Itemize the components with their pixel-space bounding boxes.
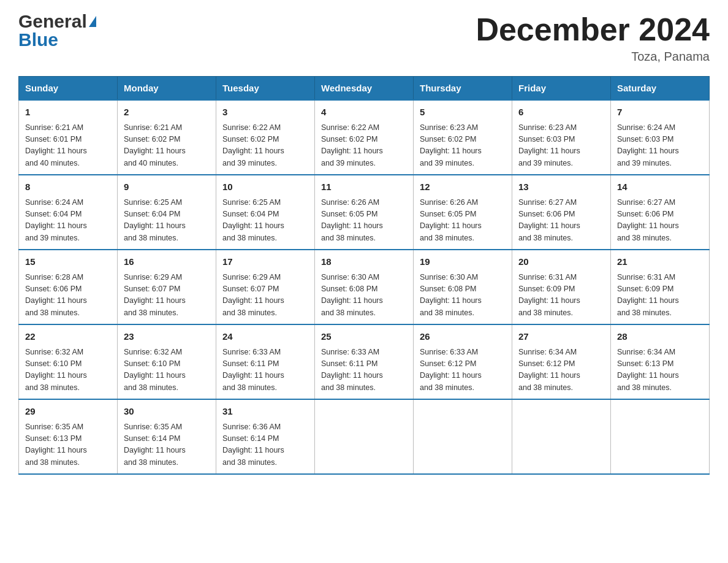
day-info: Sunrise: 6:32 AM Sunset: 6:10 PM Dayligh… [25,347,111,394]
calendar-cell: 8 Sunrise: 6:24 AM Sunset: 6:04 PM Dayli… [19,175,118,250]
day-number: 24 [222,330,308,344]
calendar-cell [512,399,611,474]
calendar-cell: 26 Sunrise: 6:33 AM Sunset: 6:12 PM Dayl… [414,324,512,399]
calendar-cell: 28 Sunrise: 6:34 AM Sunset: 6:13 PM Dayl… [611,324,710,399]
day-info: Sunrise: 6:28 AM Sunset: 6:06 PM Dayligh… [25,272,111,320]
calendar-cell: 21 Sunrise: 6:31 AM Sunset: 6:09 PM Dayl… [611,250,710,324]
calendar-cell: 22 Sunrise: 6:32 AM Sunset: 6:10 PM Dayl… [19,324,118,399]
day-number: 29 [25,405,111,419]
calendar-cell: 20 Sunrise: 6:31 AM Sunset: 6:09 PM Dayl… [512,250,611,324]
day-number: 14 [617,180,703,194]
calendar-cell: 15 Sunrise: 6:28 AM Sunset: 6:06 PM Dayl… [19,250,118,324]
day-info: Sunrise: 6:30 AM Sunset: 6:08 PM Dayligh… [420,272,506,320]
day-number: 1 [25,105,111,120]
day-info: Sunrise: 6:26 AM Sunset: 6:05 PM Dayligh… [420,197,506,245]
calendar-cell: 3 Sunrise: 6:22 AM Sunset: 6:02 PM Dayli… [216,100,315,175]
day-number: 16 [124,255,210,269]
calendar-cell: 2 Sunrise: 6:21 AM Sunset: 6:02 PM Dayli… [118,100,216,175]
day-number: 19 [420,255,506,269]
logo: General Blue [18,12,96,49]
calendar-cell [414,399,512,474]
week-row-3: 15 Sunrise: 6:28 AM Sunset: 6:06 PM Dayl… [19,250,710,324]
day-number: 13 [518,180,604,194]
calendar-cell: 29 Sunrise: 6:35 AM Sunset: 6:13 PM Dayl… [19,399,118,474]
day-number: 21 [617,255,703,269]
calendar-cell: 14 Sunrise: 6:27 AM Sunset: 6:06 PM Dayl… [611,175,710,250]
week-row-5: 29 Sunrise: 6:35 AM Sunset: 6:13 PM Dayl… [19,399,710,474]
day-number: 22 [25,330,111,344]
calendar-cell: 12 Sunrise: 6:26 AM Sunset: 6:05 PM Dayl… [414,175,512,250]
calendar-cell: 4 Sunrise: 6:22 AM Sunset: 6:02 PM Dayli… [315,100,414,175]
day-number: 20 [518,255,604,269]
day-number: 27 [518,330,604,344]
day-number: 6 [518,105,604,120]
day-number: 11 [321,180,407,194]
day-info: Sunrise: 6:23 AM Sunset: 6:02 PM Dayligh… [420,122,506,170]
day-number: 4 [321,105,407,120]
calendar-cell: 9 Sunrise: 6:25 AM Sunset: 6:04 PM Dayli… [118,175,216,250]
day-info: Sunrise: 6:34 AM Sunset: 6:12 PM Dayligh… [518,347,604,394]
calendar-cell: 18 Sunrise: 6:30 AM Sunset: 6:08 PM Dayl… [315,250,414,324]
calendar-cell: 25 Sunrise: 6:33 AM Sunset: 6:11 PM Dayl… [315,324,414,399]
day-number: 26 [420,330,506,344]
day-info: Sunrise: 6:31 AM Sunset: 6:09 PM Dayligh… [518,272,604,320]
logo-blue-text: Blue [18,29,58,50]
day-info: Sunrise: 6:30 AM Sunset: 6:08 PM Dayligh… [321,272,407,320]
calendar-cell: 24 Sunrise: 6:33 AM Sunset: 6:11 PM Dayl… [216,324,315,399]
day-info: Sunrise: 6:33 AM Sunset: 6:12 PM Dayligh… [420,347,506,394]
calendar-cell: 30 Sunrise: 6:35 AM Sunset: 6:14 PM Dayl… [118,399,216,474]
day-number: 30 [124,405,210,419]
title-section: December 2024 Toza, Panama [476,12,710,64]
day-info: Sunrise: 6:36 AM Sunset: 6:14 PM Dayligh… [222,421,308,469]
day-info: Sunrise: 6:25 AM Sunset: 6:04 PM Dayligh… [124,197,210,245]
day-info: Sunrise: 6:35 AM Sunset: 6:14 PM Dayligh… [124,421,210,469]
day-number: 31 [222,405,308,419]
day-info: Sunrise: 6:22 AM Sunset: 6:02 PM Dayligh… [222,122,308,170]
day-info: Sunrise: 6:22 AM Sunset: 6:02 PM Dayligh… [321,122,407,170]
month-title: December 2024 [476,12,710,47]
day-info: Sunrise: 6:33 AM Sunset: 6:11 PM Dayligh… [321,347,407,394]
day-info: Sunrise: 6:31 AM Sunset: 6:09 PM Dayligh… [617,272,703,320]
header-tuesday: Tuesday [216,77,315,101]
day-info: Sunrise: 6:24 AM Sunset: 6:04 PM Dayligh… [25,197,111,245]
day-info: Sunrise: 6:32 AM Sunset: 6:10 PM Dayligh… [124,347,210,394]
header-wednesday: Wednesday [315,77,414,101]
day-number: 15 [25,255,111,269]
day-info: Sunrise: 6:27 AM Sunset: 6:06 PM Dayligh… [518,197,604,245]
header-thursday: Thursday [414,77,512,101]
day-number: 23 [124,330,210,344]
header-friday: Friday [512,77,611,101]
header-sunday: Sunday [19,77,118,101]
day-number: 2 [124,105,210,120]
calendar-cell: 1 Sunrise: 6:21 AM Sunset: 6:01 PM Dayli… [19,100,118,175]
day-info: Sunrise: 6:34 AM Sunset: 6:13 PM Dayligh… [617,347,703,394]
day-number: 17 [222,255,308,269]
day-number: 25 [321,330,407,344]
day-info: Sunrise: 6:23 AM Sunset: 6:03 PM Dayligh… [518,122,604,170]
page-header: General Blue December 2024 Toza, Panama [18,12,710,64]
header-monday: Monday [118,77,216,101]
calendar-cell: 16 Sunrise: 6:29 AM Sunset: 6:07 PM Dayl… [118,250,216,324]
day-info: Sunrise: 6:26 AM Sunset: 6:05 PM Dayligh… [321,197,407,245]
calendar-cell: 6 Sunrise: 6:23 AM Sunset: 6:03 PM Dayli… [512,100,611,175]
calendar-cell [315,399,414,474]
header-row: SundayMondayTuesdayWednesdayThursdayFrid… [19,77,710,101]
day-info: Sunrise: 6:33 AM Sunset: 6:11 PM Dayligh… [222,347,308,394]
calendar-table: SundayMondayTuesdayWednesdayThursdayFrid… [18,76,710,475]
location-text: Toza, Panama [476,50,710,64]
day-info: Sunrise: 6:25 AM Sunset: 6:04 PM Dayligh… [222,197,308,245]
day-info: Sunrise: 6:35 AM Sunset: 6:13 PM Dayligh… [25,421,111,469]
day-number: 28 [617,330,703,344]
calendar-cell [611,399,710,474]
calendar-cell: 7 Sunrise: 6:24 AM Sunset: 6:03 PM Dayli… [611,100,710,175]
calendar-cell: 5 Sunrise: 6:23 AM Sunset: 6:02 PM Dayli… [414,100,512,175]
calendar-cell: 17 Sunrise: 6:29 AM Sunset: 6:07 PM Dayl… [216,250,315,324]
week-row-1: 1 Sunrise: 6:21 AM Sunset: 6:01 PM Dayli… [19,100,710,175]
day-number: 9 [124,180,210,194]
day-info: Sunrise: 6:24 AM Sunset: 6:03 PM Dayligh… [617,122,703,170]
day-info: Sunrise: 6:21 AM Sunset: 6:02 PM Dayligh… [124,122,210,170]
day-info: Sunrise: 6:21 AM Sunset: 6:01 PM Dayligh… [25,122,111,170]
week-row-4: 22 Sunrise: 6:32 AM Sunset: 6:10 PM Dayl… [19,324,710,399]
week-row-2: 8 Sunrise: 6:24 AM Sunset: 6:04 PM Dayli… [19,175,710,250]
logo-general-text: General [18,12,87,31]
